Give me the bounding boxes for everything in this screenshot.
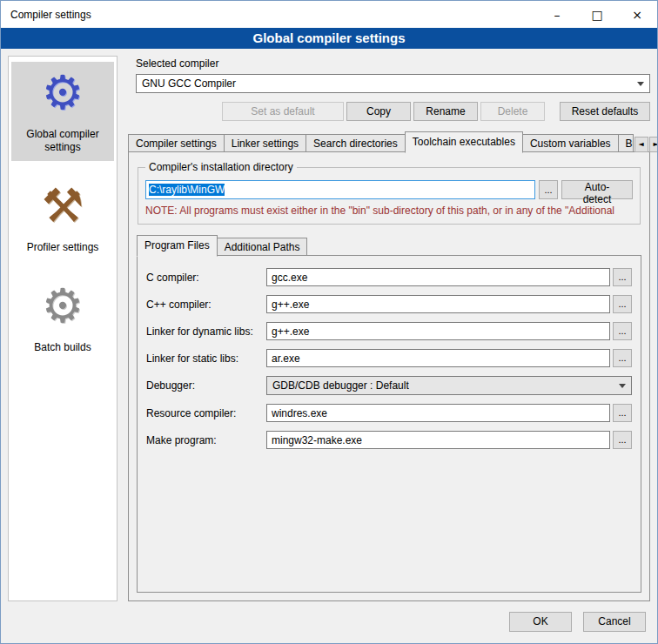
sidebar-item-label: Batch builds (34, 341, 91, 354)
main-panel: Selected compiler GNU GCC Compiler Set a… (126, 56, 650, 601)
program-files-tabstrip: Program Files Additional Paths (137, 235, 641, 256)
gear-icon: ⚙ (35, 65, 91, 121)
c-compiler-input[interactable] (266, 268, 610, 286)
window-controls: – □ × (537, 1, 657, 28)
installation-directory-group: Compiler's installation directory C:\ray… (138, 161, 641, 225)
browse-button[interactable]: ... (539, 180, 558, 199)
static-linker-input[interactable] (266, 349, 610, 367)
debugger-select-value: GDB/CDB debugger : Default (272, 379, 614, 392)
maximize-button[interactable]: □ (577, 1, 617, 28)
set-as-default-button: Set as default (222, 102, 344, 121)
tab-toolchain-executables[interactable]: Toolchain executables (405, 131, 523, 153)
compiler-select[interactable]: GNU GCC Compiler (136, 74, 650, 93)
tab-linker-settings[interactable]: Linker settings (224, 134, 306, 152)
dialog-header: Global compiler settings (1, 28, 657, 49)
gear-icon: ⚙ (35, 278, 91, 334)
arrow-right-icon: ► (654, 140, 658, 148)
form-row-debugger: Debugger: GDB/CDB debugger : Default (146, 376, 632, 395)
installation-directory-input[interactable]: C:\raylib\MinGW (145, 180, 535, 199)
delete-button: Delete (480, 102, 545, 121)
minimize-icon: – (554, 8, 561, 22)
selected-compiler-label: Selected compiler (136, 57, 650, 70)
subtab-additional-paths[interactable]: Additional Paths (217, 238, 308, 256)
browse-button[interactable]: ... (613, 295, 632, 313)
compiler-actions: Set as default Copy Rename Delete Reset … (128, 102, 650, 121)
bin-subdirectory-note: NOTE: All programs must exist either in … (145, 205, 633, 217)
settings-sidebar: ⚙ Global compiler settings ⚒ Profiler se… (8, 56, 118, 601)
compiler-settings-dialog: Compiler settings – □ × Global compiler … (0, 0, 658, 644)
tab-scroll-left-button[interactable]: ◄ (634, 137, 648, 152)
make-program-input[interactable] (266, 431, 610, 449)
close-icon: × (632, 8, 642, 22)
settings-tabstrip: Compiler settings Linker settings Search… (128, 131, 650, 152)
maximize-icon: □ (591, 8, 602, 22)
program-files-page: C compiler: ... C++ compiler: ... Linker… (137, 255, 641, 593)
form-row-c-compiler: C compiler: ... (146, 268, 632, 286)
resource-compiler-input[interactable] (266, 404, 610, 422)
browse-button[interactable]: ... (613, 404, 632, 422)
cpp-compiler-input[interactable] (266, 295, 610, 313)
installation-directory-row: C:\raylib\MinGW ... Auto-detect (145, 180, 633, 199)
cancel-button[interactable]: Cancel (583, 612, 646, 632)
sidebar-item-label: Global compiler settings (13, 128, 112, 154)
installation-directory-group-title: Compiler's installation directory (145, 161, 297, 173)
sidebar-item-profiler-settings[interactable]: ⚒ Profiler settings (11, 175, 114, 261)
dynamic-linker-input[interactable] (266, 322, 610, 340)
minimize-button[interactable]: – (537, 1, 577, 28)
debugger-label: Debugger: (146, 379, 266, 392)
auto-detect-button[interactable]: Auto-detect (561, 180, 633, 199)
copy-button[interactable]: Copy (346, 102, 411, 121)
chevron-down-icon (619, 384, 626, 388)
installation-directory-value: C:\raylib\MinGW (149, 184, 225, 196)
compiler-select-value: GNU GCC Compiler (142, 77, 632, 90)
close-button[interactable]: × (617, 1, 657, 28)
chevron-down-icon (637, 82, 644, 86)
form-row-dynamic-linker: Linker for dynamic libs: ... (146, 322, 632, 340)
browse-button[interactable]: ... (613, 349, 632, 367)
sidebar-item-batch-builds[interactable]: ⚙ Batch builds (11, 275, 114, 361)
form-row-resource-compiler: Resource compiler: ... (146, 404, 632, 422)
c-compiler-label: C compiler: (146, 272, 266, 284)
reset-defaults-button[interactable]: Reset defaults (560, 102, 650, 121)
rename-button[interactable]: Rename (413, 102, 478, 121)
tab-compiler-settings[interactable]: Compiler settings (128, 134, 225, 152)
hammer-icon: ⚒ (35, 178, 91, 234)
form-row-make-program: Make program: ... (146, 431, 632, 449)
tab-scroll-controls: ◄ ► (633, 137, 658, 152)
dynamic-linker-label: Linker for dynamic libs: (146, 325, 266, 338)
cpp-compiler-label: C++ compiler: (146, 299, 266, 311)
tab-build-options[interactable]: Buil (618, 134, 634, 152)
form-row-cpp-compiler: C++ compiler: ... (146, 295, 632, 313)
browse-button[interactable]: ... (613, 322, 632, 340)
tab-scroll-right-button[interactable]: ► (649, 137, 658, 152)
make-program-label: Make program: (146, 434, 266, 446)
browse-button[interactable]: ... (613, 431, 632, 449)
titlebar: Compiler settings – □ × (1, 1, 657, 28)
resource-compiler-label: Resource compiler: (146, 407, 266, 419)
dialog-footer: OK Cancel (1, 608, 657, 643)
form-row-static-linker: Linker for static libs: ... (146, 349, 632, 367)
tab-search-directories[interactable]: Search directories (306, 134, 406, 152)
window-title: Compiler settings (1, 9, 537, 21)
debugger-select[interactable]: GDB/CDB debugger : Default (266, 376, 632, 395)
browse-button[interactable]: ... (613, 268, 632, 286)
toolchain-executables-page: Compiler's installation directory C:\ray… (128, 151, 650, 601)
dialog-body: ⚙ Global compiler settings ⚒ Profiler se… (1, 49, 657, 608)
sidebar-item-global-compiler-settings[interactable]: ⚙ Global compiler settings (11, 62, 114, 161)
subtab-program-files[interactable]: Program Files (137, 235, 218, 257)
ok-button[interactable]: OK (509, 612, 572, 632)
sidebar-item-label: Profiler settings (27, 241, 99, 254)
tab-custom-variables[interactable]: Custom variables (522, 134, 619, 152)
arrow-left-icon: ◄ (639, 140, 644, 148)
static-linker-label: Linker for static libs: (146, 352, 266, 365)
